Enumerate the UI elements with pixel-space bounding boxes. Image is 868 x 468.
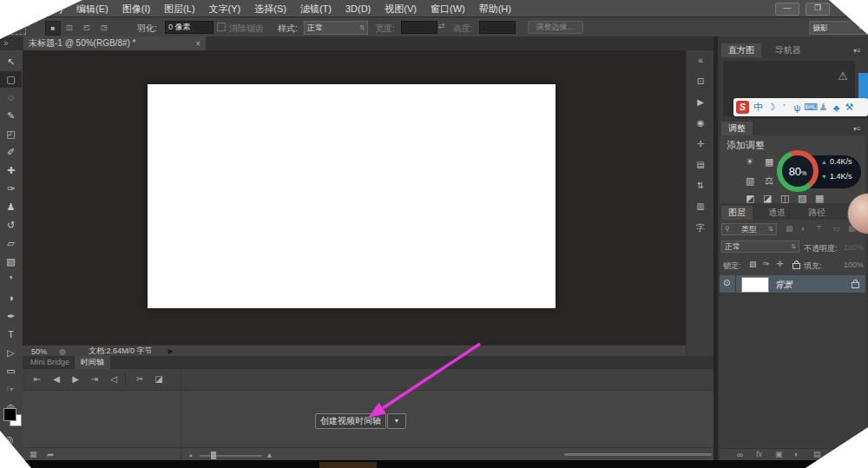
style-dropdown[interactable]: 正常⇅ <box>304 21 368 35</box>
eye-icon[interactable]: ⊙ <box>723 278 730 287</box>
keyboard-icon[interactable]: ⌨ <box>804 102 817 113</box>
height-input[interactable] <box>479 21 516 34</box>
refine-edge-button[interactable]: 调整边缘… <box>528 21 583 34</box>
menu-image[interactable]: 图像(I) <box>115 0 157 17</box>
lock-transparency-icon[interactable]: ▨ <box>749 260 757 268</box>
zoom-in-icon[interactable]: ▲ <box>266 451 273 459</box>
invert-adjustment-icon[interactable]: ◩ <box>746 193 754 204</box>
selective-color-adjustment-icon[interactable]: ▦ <box>815 193 824 204</box>
filter-shape-icon[interactable]: ▭ <box>832 224 840 233</box>
tool-brush[interactable]: ✑ <box>0 181 22 197</box>
layer-filter-dropdown[interactable]: ⚲ 类型 ⇅ <box>721 223 777 235</box>
tool-gradient[interactable]: ▧ <box>0 254 22 270</box>
tool-rectangular-marquee[interactable]: ▢ <box>0 71 22 88</box>
info-panel-icon[interactable]: ✛ <box>687 139 714 148</box>
tool-pen[interactable]: ✒ <box>0 308 22 325</box>
tab-layers[interactable]: 图层 <box>721 206 753 220</box>
panel-menu-icon[interactable]: ▾≡ <box>853 125 861 133</box>
menu-3d[interactable]: 3D(D) <box>339 0 378 17</box>
menu-select[interactable]: 选择(S) <box>247 0 293 17</box>
layer-mask-icon[interactable]: ▣ <box>775 450 783 458</box>
play-icon[interactable]: ▶ <box>68 369 83 390</box>
moon-icon[interactable]: ☽ <box>765 102 778 113</box>
zoom-level[interactable]: 50% <box>31 347 47 356</box>
subtract-selection-icon[interactable]: ◰ <box>80 21 94 34</box>
foreground-color-swatch[interactable] <box>3 408 16 421</box>
render-video-icon[interactable]: ➦ <box>47 450 54 459</box>
menu-type[interactable]: 文字(Y) <box>202 0 248 17</box>
adjustment-layer-icon[interactable]: ◐ <box>794 450 799 458</box>
tool-spot-healing[interactable]: ✚ <box>0 162 22 179</box>
layer-name[interactable]: 背景 <box>775 279 792 291</box>
sogou-logo[interactable]: S <box>736 101 749 114</box>
tab-navigator[interactable]: 导航器 <box>768 43 808 57</box>
levels-adjustment-icon[interactable]: ▦ <box>765 156 773 168</box>
actions-panel-icon[interactable]: ▶ <box>687 97 714 107</box>
vibrance-adjustment-icon[interactable]: ▥ <box>746 175 754 187</box>
tab-mini-bridge[interactable]: Mini Bridge <box>24 356 76 369</box>
history-panel-icon[interactable]: ⊡ <box>687 76 714 86</box>
canvas[interactable] <box>148 84 556 308</box>
brightness-adjustment-icon[interactable]: ☀ <box>746 156 754 168</box>
tool-dodge[interactable]: ◑ <box>0 290 22 307</box>
prev-frame-icon[interactable]: ◀ <box>49 369 64 390</box>
split-icon[interactable]: ✂ <box>132 369 148 390</box>
menu-layer[interactable]: 图层(L) <box>157 0 201 17</box>
link-icon[interactable]: ∞ <box>737 450 743 459</box>
color-balance-adjustment-icon[interactable]: ⚖ <box>765 175 773 187</box>
menu-view[interactable]: 视图(V) <box>378 0 424 17</box>
panel-menu-icon[interactable]: ▾≡ <box>853 47 861 55</box>
swap-dimensions-icon[interactable]: ⇄ <box>438 22 445 30</box>
blend-mode-dropdown[interactable]: 正常 ⇅ <box>721 241 799 253</box>
lock-position-icon[interactable]: ✛ <box>777 260 784 268</box>
tool-eyedropper[interactable]: ✐ <box>0 144 22 161</box>
new-selection-icon[interactable]: ■ <box>45 21 61 36</box>
status-expand-icon[interactable]: ▶ <box>168 347 173 355</box>
threshold-adjustment-icon[interactable]: ◫ <box>780 193 789 204</box>
clone-source-panel-icon[interactable]: ◉ <box>687 118 714 128</box>
collapse-tools-icon[interactable]: » <box>3 38 9 48</box>
minimize-button[interactable]: — <box>775 3 799 16</box>
tool-hand[interactable]: ☞ <box>0 381 22 398</box>
tool-history-brush[interactable]: ↺ <box>0 217 22 234</box>
timeline-zoom-track[interactable] <box>200 455 262 457</box>
document-tab[interactable]: 未标题-1 @ 50%(RGB/8#) * × <box>23 36 206 50</box>
intersect-selection-icon[interactable]: ◳ <box>97 21 111 34</box>
expand-dock-icon[interactable]: « <box>687 56 714 65</box>
transition-icon[interactable]: ◪ <box>151 369 167 390</box>
group-icon[interactable]: ▤ <box>813 450 821 458</box>
filter-pixel-icon[interactable]: ▦ <box>786 224 793 233</box>
tool-blur[interactable]: ❜ <box>0 272 22 288</box>
timeline-scrollbar[interactable] <box>564 453 712 456</box>
frame-animation-icon[interactable]: ▦ <box>30 450 37 458</box>
warning-icon[interactable]: ⚠ <box>838 69 848 82</box>
next-frame-icon[interactable]: ⇥ <box>87 369 102 390</box>
menu-filter[interactable]: 滤镜(T) <box>293 0 339 17</box>
mic-icon[interactable]: ψ <box>791 102 804 113</box>
lock-all-icon[interactable] <box>792 263 800 269</box>
create-video-timeline-button[interactable]: 创建视频时间轴 <box>315 413 386 429</box>
tool-crop[interactable]: ◰ <box>0 126 22 142</box>
wrench-icon[interactable]: ⚒ <box>843 102 856 113</box>
tool-lasso[interactable]: ◌ <box>0 89 22 106</box>
filter-type-icon[interactable]: T <box>817 224 822 233</box>
tab-paths[interactable]: 路径 <box>801 206 832 220</box>
styles-panel-icon[interactable]: ▥ <box>687 201 714 211</box>
timeline-zoom-handle[interactable] <box>211 452 216 459</box>
punctuation-icon[interactable]: ’ <box>778 102 791 113</box>
gradient-map-adjustment-icon[interactable]: ▨ <box>798 193 806 204</box>
add-selection-icon[interactable]: ◫ <box>62 21 76 34</box>
skin-icon[interactable]: ♣ <box>830 102 843 113</box>
menu-help[interactable]: 帮助(H) <box>472 0 518 17</box>
tab-channels[interactable]: 通道 <box>761 206 792 220</box>
tab-histogram[interactable]: 直方图 <box>721 43 761 57</box>
close-icon[interactable]: × <box>195 39 201 49</box>
audio-icon[interactable]: ◁ <box>106 369 122 390</box>
first-frame-icon[interactable]: ⇤ <box>30 369 45 390</box>
chinese-mode-icon[interactable]: 中 <box>752 101 765 114</box>
tool-move[interactable]: ↖ <box>0 54 22 70</box>
tool-quick-selection[interactable]: ✎ <box>0 108 22 124</box>
character-panel-icon[interactable]: 字 <box>687 222 714 234</box>
fill-value[interactable]: 100% <box>844 260 864 269</box>
layer-thumbnail[interactable] <box>741 277 769 293</box>
